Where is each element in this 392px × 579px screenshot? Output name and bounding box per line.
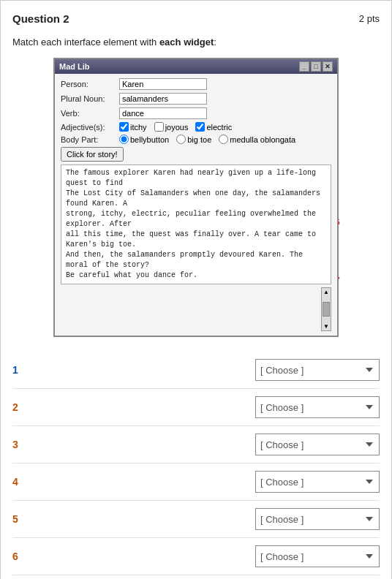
header: Question 2 2 pts — [12, 12, 380, 25]
choose-select-3[interactable]: [ Choose ] Text field Checkbox Radio but… — [255, 434, 380, 455]
verb-input[interactable] — [119, 107, 207, 119]
checkbox-itchy-input[interactable] — [119, 122, 129, 132]
choose-wrapper-1: [ Choose ] Text field Checkbox Radio but… — [255, 359, 380, 381]
plural-noun-label: Plural Noun: — [61, 94, 119, 103]
checkbox-itchy[interactable]: itchy — [119, 122, 147, 132]
q-number-4: 4 — [12, 476, 42, 488]
adjective-row: Adjective(s): itchy joyous electric — [61, 122, 331, 132]
choose-wrapper-4: [ Choose ] Text field Checkbox Radio but… — [255, 471, 380, 493]
madlib-body: Person: Plural Noun: Verb: Adjective(s):… — [55, 74, 337, 336]
q-row-3: 3 [ Choose ] Text field Checkbox Radio b… — [12, 426, 380, 463]
q-row-6: 6 [ Choose ] Text field Checkbox Radio b… — [12, 538, 380, 575]
person-label: Person: — [61, 80, 119, 88]
q-number-5: 5 — [12, 513, 42, 525]
plural-noun-row: Plural Noun: — [61, 93, 331, 105]
q-row-5: 5 [ Choose ] Text field Checkbox Radio b… — [12, 501, 380, 538]
click-story-button[interactable]: Click for story! — [61, 147, 124, 162]
choose-wrapper-2: [ Choose ] Text field Checkbox Radio but… — [255, 396, 380, 418]
scrollbar[interactable]: ▲ ▼ — [321, 287, 331, 331]
maximize-button[interactable]: □ — [311, 61, 321, 72]
plural-noun-input[interactable] — [119, 93, 207, 105]
verb-row: Verb: — [61, 107, 331, 119]
button-row: Click for story! — [61, 147, 331, 162]
checkbox-joyous[interactable]: joyous — [154, 122, 189, 132]
madlib-title: Mad Lib — [59, 62, 90, 71]
close-button[interactable]: ✕ — [323, 61, 333, 72]
verb-label: Verb: — [61, 109, 119, 118]
choose-wrapper-3: [ Choose ] Text field Checkbox Radio but… — [255, 434, 380, 455]
scrollbar-area: ▲ ▼ — [61, 287, 331, 331]
madlib-titlebar: Mad Lib _ □ ✕ — [55, 59, 337, 74]
choose-select-6[interactable]: [ Choose ] Text field Checkbox Radio but… — [255, 545, 380, 567]
choose-wrapper-6: [ Choose ] Text field Checkbox Radio but… — [255, 545, 380, 567]
person-row: Person: — [61, 78, 331, 90]
choose-select-5[interactable]: [ Choose ] Text field Checkbox Radio but… — [255, 508, 380, 530]
q-number-2: 2 — [12, 401, 42, 413]
choose-select-2[interactable]: [ Choose ] Text field Checkbox Radio but… — [255, 396, 380, 418]
q-number-1: 1 — [12, 364, 42, 376]
q-row-7: 7 [ Choose ] Text field Checkbox Radio b… — [12, 575, 380, 579]
body-part-checkboxes: bellybutton big toe medulla oblongata — [119, 135, 295, 144]
adjective-checkboxes: itchy joyous electric — [119, 122, 232, 132]
checkbox-electric[interactable]: electric — [195, 122, 232, 132]
minimize-button[interactable]: _ — [299, 61, 309, 72]
person-input[interactable] — [119, 78, 207, 90]
story-text: The famous explorer Karen had nearly giv… — [61, 164, 331, 284]
q-row-4: 4 [ Choose ] Text field Checkbox Radio b… — [12, 463, 380, 501]
madlib-window: Mad Lib _ □ ✕ Person: Plural Noun: Verb: — [53, 58, 339, 337]
radio-bigtoe-input[interactable] — [176, 135, 186, 144]
radio-medulla[interactable]: medulla oblongata — [219, 135, 295, 144]
radio-bellybutton[interactable]: bellybutton — [119, 135, 169, 144]
choose-select-4[interactable]: [ Choose ] Text field Checkbox Radio but… — [255, 471, 380, 493]
window-controls[interactable]: _ □ ✕ — [299, 61, 333, 72]
adjective-label: Adjective(s): — [61, 123, 119, 132]
body-part-label: Body Part: — [61, 135, 119, 144]
q-row-1: 1 [ Choose ] Text field Checkbox Radio b… — [12, 352, 380, 389]
radio-bigtoe[interactable]: big toe — [176, 135, 211, 144]
choose-wrapper-5: [ Choose ] Text field Checkbox Radio but… — [255, 508, 380, 530]
points: 2 pts — [359, 13, 380, 24]
checkbox-electric-input[interactable] — [195, 122, 205, 132]
instruction: Match each interface element with each w… — [12, 37, 380, 48]
choose-select-1[interactable]: [ Choose ] Text field Checkbox Radio but… — [255, 359, 380, 381]
question-title: Question 2 — [12, 12, 69, 25]
question-rows: 1 [ Choose ] Text field Checkbox Radio b… — [12, 352, 380, 579]
checkbox-joyous-input[interactable] — [154, 122, 164, 132]
q-row-2: 2 [ Choose ] Text field Checkbox Radio b… — [12, 389, 380, 426]
radio-medulla-input[interactable] — [219, 135, 228, 144]
q-number-3: 3 — [12, 439, 42, 450]
radio-bellybutton-input[interactable] — [119, 135, 129, 144]
body-part-row: Body Part: bellybutton big toe medulla o… — [61, 135, 331, 144]
q-number-6: 6 — [12, 550, 42, 562]
